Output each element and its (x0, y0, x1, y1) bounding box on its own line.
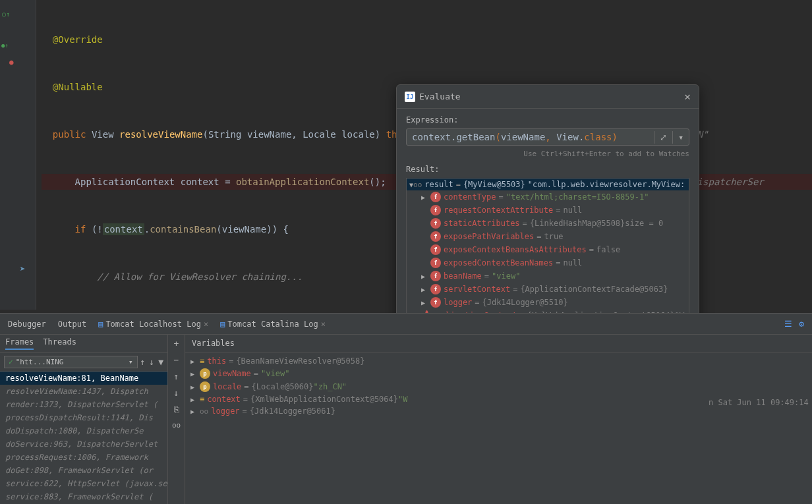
settings-icon[interactable]: ⚙ (799, 319, 804, 329)
tree-node[interactable]: ▶fservletContext={ApplicationContextFaca… (407, 283, 689, 296)
variables-toolbar: + − ↑ ↓ ⎘ oo (168, 335, 185, 504)
var-icon: ≡ (200, 395, 204, 404)
tree-node[interactable]: fstaticAttributes={LinkedHashMap@5508} s… (407, 217, 689, 230)
tree-node[interactable]: frequestContextAttribute=null (407, 204, 689, 217)
frames-list[interactable]: resolveViewName:81, BeanNameresolveViewN… (0, 372, 167, 504)
chevron-right-icon[interactable]: ▶ (190, 370, 200, 378)
debug-panel[interactable]: Debugger Output ▤Tomcat Localhost Log × … (0, 313, 812, 504)
variable-item[interactable]: ▶≡this={BeanNameViewResolver@5058} (188, 355, 809, 367)
vcs-icon: ●↑ (1, 42, 9, 49)
close-icon[interactable]: × (204, 320, 208, 329)
chevron-right-icon[interactable]: ▶ (421, 273, 430, 280)
subtab-frames[interactable]: Frames (5, 337, 34, 350)
param-icon: p (200, 368, 210, 379)
expression-input-box[interactable]: context.getBean(viewName, View.class) ⤢ … (406, 128, 689, 146)
editor-gutter: ○↑ ●↑ ● ➤ (0, 0, 36, 310)
prev-frame-icon[interactable]: ↑ (140, 357, 146, 367)
expression-label: Expression: (406, 115, 689, 125)
thread-dropdown[interactable]: ✓ "htt...NING ▾ (4, 356, 138, 368)
annotation: @Override (53, 34, 103, 45)
var-icon: ≡ (200, 356, 204, 366)
frame-item[interactable]: service:883, FrameworkServlet ( (0, 490, 167, 503)
frame-item[interactable]: service:622, HttpServlet (javax.se (0, 477, 167, 490)
frame-item[interactable]: doGet:898, FrameworkServlet (or (0, 464, 167, 477)
field-icon: f (430, 244, 441, 255)
glasses-icon[interactable]: oo (172, 421, 181, 430)
frame-item[interactable]: render:1373, DispatcherServlet ( (0, 398, 167, 411)
field-icon: f (430, 297, 441, 308)
expression-input[interactable]: context.getBean(viewName, View.class) (407, 129, 654, 145)
field-icon: f (430, 192, 441, 202)
check-icon: ✓ (9, 358, 13, 366)
field-icon: f (430, 271, 441, 281)
console-text: n Sat Jun 11 09:49:14 CST 2 (702, 394, 812, 411)
tomcat-icon: ▤ (98, 320, 103, 329)
chevron-right-icon[interactable]: ▶ (190, 396, 200, 403)
tree-node[interactable]: ▶fbeanName="view" (407, 269, 689, 283)
chevron-right-icon[interactable]: ▶ (421, 286, 430, 293)
tree-node[interactable]: ▶flogger={Jdk14Logger@5510} (407, 296, 689, 309)
app-icon: IJ (405, 92, 415, 102)
dialog-title: Evaluate (419, 92, 684, 101)
frame-item[interactable]: processDispatchResult:1141, Dis (0, 411, 167, 424)
close-icon[interactable]: ✕ (684, 90, 691, 103)
frame-item[interactable]: resolveViewName:81, BeanName (0, 372, 167, 385)
frame-item[interactable]: processRequest:1006, Framework (0, 451, 167, 464)
copy-icon[interactable]: ⎘ (174, 405, 179, 414)
remove-watch-icon[interactable]: − (174, 355, 179, 365)
tomcat-icon: ▤ (220, 320, 225, 329)
tab-output[interactable]: Output (58, 320, 86, 329)
tree-node[interactable]: fexposeContextBeansAsAttributes=false (407, 243, 689, 256)
chevron-right-icon[interactable]: ▶ (190, 408, 200, 415)
tree-node[interactable]: fexposePathVariables=true (407, 230, 689, 243)
tab-debugger[interactable]: Debugger (8, 320, 46, 329)
down-icon[interactable]: ↓ (174, 388, 179, 398)
current-line-icon: ➤ (20, 264, 25, 274)
tree-node[interactable]: ▶fcontentType="text/html;charset=ISO-885… (407, 190, 689, 204)
variables-list[interactable]: ▶≡this={BeanNameViewResolver@5058}▶pview… (185, 352, 812, 504)
add-watch-icon[interactable]: + (174, 339, 179, 349)
variable-item[interactable]: ▶plocale={Locale@5060} "zh_CN" (188, 380, 809, 393)
tree-root[interactable]: ▼ oo result = {MyView@5503} "com.llp.web… (407, 179, 689, 190)
frame-item[interactable]: doService:963, DispatcherServlet (0, 437, 167, 451)
result-label: Result: (406, 165, 689, 174)
dropdown-icon[interactable]: ▾ (672, 131, 689, 144)
tree-node[interactable]: fexposedContextBeanNames=null (407, 256, 689, 269)
tab-tomcat-localhost[interactable]: ▤Tomcat Localhost Log × (98, 320, 208, 329)
field-icon: f (430, 258, 441, 268)
param-icon: p (200, 381, 210, 392)
close-icon[interactable]: × (321, 320, 326, 329)
field-icon: f (430, 218, 441, 229)
variable-item[interactable]: ▶pviewName="view" (188, 367, 809, 380)
field-icon: f (430, 231, 441, 242)
dialog-titlebar[interactable]: IJ Evaluate ✕ (397, 85, 699, 109)
chevron-right-icon[interactable]: ▶ (421, 299, 430, 306)
chevron-right-icon[interactable]: ▶ (190, 358, 200, 365)
frame-item[interactable]: doDispatch:1080, DispatcherSe (0, 424, 167, 437)
watch-icon: oo (413, 181, 422, 189)
next-frame-icon[interactable]: ↓ (149, 357, 154, 367)
watch-icon: oo (200, 407, 208, 416)
frame-item[interactable]: resolveViewName:1437, Dispatch (0, 385, 167, 398)
chevron-down-icon[interactable]: ▾ (129, 358, 133, 366)
shortcut-hint: Use Ctrl+Shift+Enter to add to Watches (406, 150, 689, 158)
field-icon: f (430, 284, 441, 294)
tab-tomcat-catalina[interactable]: ▤Tomcat Catalina Log × (220, 320, 326, 329)
debug-tabs[interactable]: Debugger Output ▤Tomcat Localhost Log × … (0, 314, 812, 335)
filter-icon[interactable]: ▼ (158, 357, 163, 367)
variables-label: Variables (185, 335, 812, 352)
layout-icon[interactable]: ☰ (784, 319, 792, 329)
annotation: @Nullable (53, 82, 103, 92)
frames-panel[interactable]: Frames Threads ✓ "htt...NING ▾ ↑ ↓ ▼ res… (0, 335, 168, 504)
expand-icon[interactable]: ⤢ (654, 131, 672, 144)
chevron-right-icon[interactable]: ▶ (190, 383, 200, 391)
up-icon[interactable]: ↑ (174, 372, 179, 381)
override-icon: ○↑ (2, 11, 10, 18)
breakpoint-icon[interactable]: ● (9, 58, 14, 67)
field-icon: f (430, 205, 441, 215)
chevron-right-icon[interactable]: ▶ (421, 194, 430, 201)
subtab-threads[interactable]: Threads (43, 337, 76, 350)
